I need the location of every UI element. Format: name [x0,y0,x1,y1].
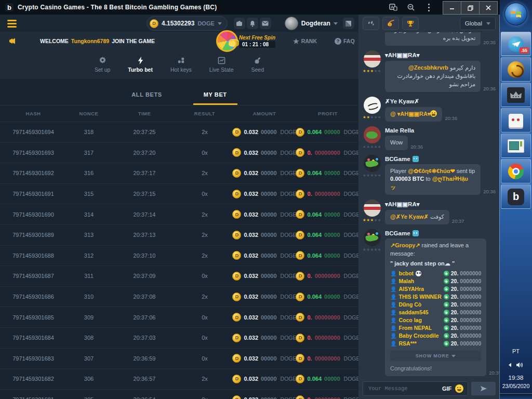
tab-seed[interactable]: Seed [251,57,264,73]
table-row[interactable]: 797145930168731120:37:090xD0.03200000DOG… [0,266,358,287]
faq-link[interactable]: ? FAQ [335,38,355,45]
menu-kebab-icon[interactable] [420,0,437,15]
cell-amount: D0.03200000DOGE [232,251,297,260]
free-spin-widget[interactable]: Next Free Spin 01 : 21 : 08 [216,30,275,52]
chat-mention[interactable]: @ ▾AH▣▣RA▾ [390,111,430,117]
table-row[interactable]: 797145930169031420:37:142xD0.03200000DOG… [0,204,358,225]
rain-recipient[interactable]: THIS IS WINNER [398,293,441,301]
rain-recipient[interactable]: RSA*** [398,340,416,348]
volume-icon[interactable] [516,362,524,368]
tab-hot-keys[interactable]: Hot keys [170,57,192,73]
user-menu[interactable]: Dogderan [285,17,338,30]
avatar[interactable] [364,229,381,246]
fireball-icon[interactable]: B [382,17,399,30]
tab-set-up[interactable]: Set up [95,57,110,73]
avatar[interactable] [364,200,381,217]
table-row[interactable]: 797145930168330720:36:590xD0.03200000DOG… [0,349,358,369]
zoom-out-icon[interactable] [402,0,420,15]
cell-time: 20:37:17 [111,170,178,176]
taskbar-chrome-button[interactable] [501,159,531,183]
table-row[interactable]: 797145930169131520:37:150xD0.03200000DOG… [0,184,358,205]
translate-icon[interactable]: A [384,0,402,15]
message-input[interactable] [367,385,438,392]
chat-username[interactable]: ▾AH▣▣RA▾ [385,201,496,208]
taskbar-robot-cube-button[interactable] [501,108,531,132]
avatar[interactable] [364,97,381,114]
close-button[interactable] [479,1,498,15]
star-icon: ★ [370,173,374,178]
doge-coin-icon: D [296,210,304,219]
chat-mention[interactable]: @Zecsbhkrvrb [408,64,448,71]
minimize-button[interactable] [443,1,461,15]
table-row[interactable]: 797145930169331720:37:200xD0.03200000DOG… [0,143,358,164]
table-row[interactable]: 797145930168931320:37:132xD0.03200000DOG… [0,225,358,246]
table-row[interactable]: 797145930169231620:37:172xD0.03200000DOG… [0,163,358,184]
send-button[interactable] [471,382,496,395]
show-more-button[interactable]: SHOW MORE [390,351,481,361]
rain-recipient[interactable]: Dũng Cò [398,301,421,309]
rain-recipient[interactable]: Baby Crocodile [398,332,438,340]
amount-value: 0.032 [244,191,258,197]
language-indicator[interactable]: PT [512,348,520,354]
welcome-username[interactable]: Tungkonn6789 [71,38,109,44]
start-button[interactable] [504,3,527,25]
restore-button[interactable] [461,1,479,15]
table-row[interactable]: 797145930168530920:37:060xD0.03200000DOG… [0,307,358,328]
chat-channel-dropdown[interactable]: Global [460,17,496,30]
rain-quote: " jacky dont step on☁ " [390,260,481,268]
chat-username[interactable]: ✗Ye Kyaw✗ [385,98,496,105]
faq-label: FAQ [343,38,355,44]
taskbar-clock[interactable]: 19:38 [509,375,524,381]
rain-recipient[interactable]: bcbot [398,270,414,277]
emoji-button[interactable] [455,384,463,393]
trophy-icon[interactable] [402,17,419,30]
mail-button[interactable] [260,18,271,29]
chat-username[interactable]: BCGame [385,156,496,162]
balance-dropdown[interactable]: D 4.15302293 DOGE [147,16,228,31]
notifications-bell-button[interactable] [247,18,258,29]
hamburger-menu-icon[interactable] [7,20,17,28]
app-window: D 4.15302293 DOGE Dogderan [0,15,500,399]
avatar[interactable] [364,126,381,143]
taskbar-monitor-app-button[interactable] [501,134,531,158]
chat-username[interactable]: ▾AH▣▣RA▾ [385,51,496,59]
avatar[interactable] [364,50,381,68]
profit-currency: DOGE [344,294,358,300]
tab-live-state[interactable]: Live State [209,57,234,73]
chat-toggle-button[interactable] [343,18,354,29]
taskbar-telegram-button[interactable]: .55 [501,32,531,56]
table-row[interactable]: 797145930168230620:36:572xD0.03200000DOG… [0,369,358,390]
chat-mention[interactable]: @✗Ye Kyaw✗ [390,214,429,220]
chat-username[interactable]: Male Rella [385,127,496,134]
table-row[interactable]: 797145930169431820:37:252xD0.03200000DOG… [0,122,358,143]
rank-link[interactable]: ★ RANK [293,37,317,45]
rain-recipient[interactable]: saddam545 [398,309,428,316]
rain-recipient[interactable]: Coco lag [398,316,421,324]
table-row[interactable]: 797145930168631020:37:082xD0.03200000DOG… [0,287,358,308]
tray-expand-icon[interactable] [508,363,512,367]
amount-value: 0.032 [244,314,258,321]
table-row[interactable]: 797145930168130520:36:540xD0.03200000DOG… [0,390,358,399]
cell-profit: D0.00000000DOGE [297,334,358,342]
rain-icon[interactable] [363,17,379,30]
table-row[interactable]: 797145930168831220:37:102xD0.03200000DOG… [0,246,358,267]
rain-recipient[interactable]: AISYAHra [398,285,424,293]
chat-mention[interactable]: ↗Groopy↗ [390,242,420,248]
rain-recipient[interactable]: From NEPAL [398,324,432,332]
rain-recipient[interactable]: Malah [398,277,414,285]
gif-button[interactable]: GIF [442,385,451,392]
taskbar-date[interactable]: 23/05/2020 [502,383,530,389]
cell-amount: D0.03200000DOGE [232,272,297,281]
chat-mention[interactable]: @✿€ôη¢✻€húα❤ [408,168,455,174]
tab-all-bets[interactable]: ALL BETS [127,91,166,105]
tab-my-bet[interactable]: MY BET [200,91,231,105]
wallet-button[interactable] [234,18,245,29]
taskbar-crown-app-button[interactable] [501,83,531,107]
avatar[interactable] [364,155,381,172]
tab-turbo-bet[interactable]: Turbo bet [128,57,153,73]
show-desktop-button[interactable] [500,393,532,399]
table-row[interactable]: 797145930168430820:37:030xD0.03200000DOG… [0,328,358,349]
taskbar-bcgame-button[interactable]: b [501,184,531,209]
chat-username[interactable]: BCGame [385,230,496,236]
taskbar-gold-game-button[interactable] [501,57,531,82]
